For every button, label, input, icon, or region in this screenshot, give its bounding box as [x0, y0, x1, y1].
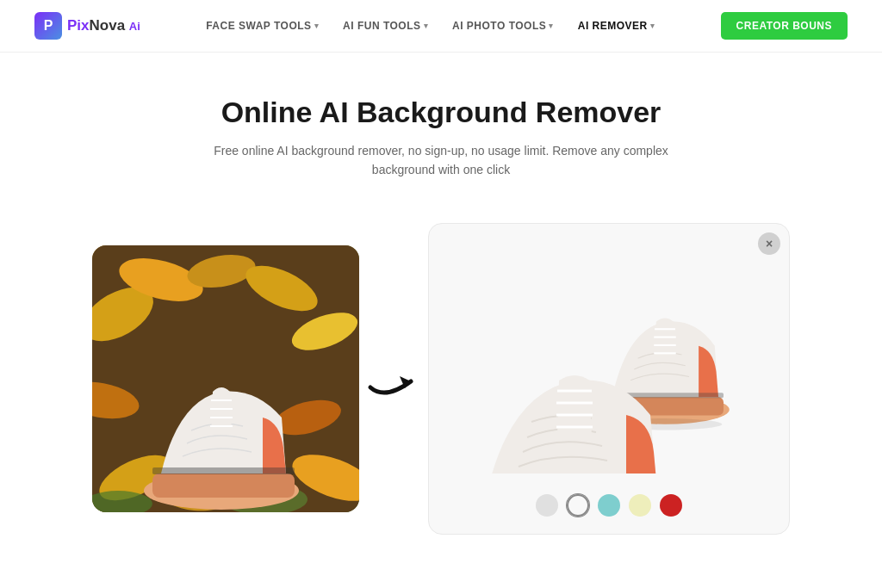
swatch-teal[interactable] — [598, 494, 620, 517]
nav-link-ai-photo[interactable]: AI PHOTO TOOLS ▾ — [452, 20, 554, 32]
nav-link-ai-fun[interactable]: AI FUN TOOLS ▾ — [343, 20, 428, 32]
chevron-down-icon: ▾ — [549, 22, 554, 30]
demo-area: × — [0, 206, 882, 569]
arrow-indicator — [359, 344, 428, 413]
nav-item-ai-remover[interactable]: AI REMOVER ▾ — [578, 20, 655, 32]
result-panel: × — [428, 223, 790, 535]
page-title: Online AI Background Remover — [34, 96, 848, 129]
logo[interactable]: P PixNova Ai — [34, 12, 140, 40]
nav-link-face-swap[interactable]: FACE SWAP TOOLS ▾ — [206, 20, 319, 32]
logo-text: PixNova Ai — [67, 17, 140, 34]
color-swatches — [536, 494, 682, 517]
close-button[interactable]: × — [758, 232, 780, 255]
swatch-red[interactable] — [660, 494, 682, 517]
swatch-cream[interactable] — [629, 494, 651, 517]
svg-rect-19 — [152, 467, 295, 474]
chevron-down-icon: ▾ — [424, 22, 429, 30]
arrow-svg — [363, 349, 424, 409]
nav-item-ai-photo[interactable]: AI PHOTO TOOLS ▾ — [452, 20, 554, 32]
original-image-inner — [92, 245, 359, 512]
creator-bouns-button[interactable]: CREATOR BOUNS — [721, 12, 848, 40]
hero-subtitle: Free online AI background remover, no si… — [200, 141, 682, 180]
swatch-transparent[interactable] — [567, 494, 589, 517]
navbar: P PixNova Ai FACE SWAP TOOLS ▾ AI FUN TO… — [0, 0, 882, 53]
original-image — [92, 245, 359, 512]
nav-item-ai-fun[interactable]: AI FUN TOOLS ▾ — [343, 20, 428, 32]
hero-section: Online AI Background Remover Free online… — [0, 53, 882, 206]
nav-links: FACE SWAP TOOLS ▾ AI FUN TOOLS ▾ AI PHOT… — [206, 20, 655, 32]
chevron-down-icon: ▾ — [314, 22, 320, 30]
background-scene — [92, 245, 359, 512]
result-image-area — [446, 241, 772, 482]
swatch-gray[interactable] — [536, 494, 558, 517]
nav-item-face-swap[interactable]: FACE SWAP TOOLS ▾ — [206, 20, 319, 32]
chevron-down-icon: ▾ — [650, 22, 655, 30]
close-icon: × — [766, 237, 773, 251]
logo-icon: P — [34, 12, 62, 40]
svg-rect-14 — [152, 473, 295, 498]
result-svg — [454, 250, 764, 473]
nav-link-ai-remover[interactable]: AI REMOVER ▾ — [578, 20, 655, 32]
